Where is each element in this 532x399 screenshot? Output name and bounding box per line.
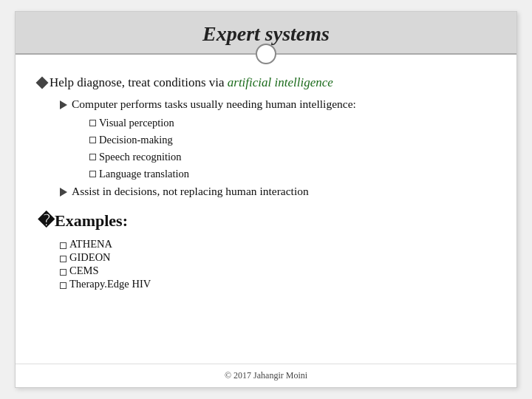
ai-link: artificial intelligence <box>228 75 333 89</box>
slide-title: Expert systems <box>202 22 330 45</box>
square-icon-ex <box>60 242 66 249</box>
circle-decoration <box>256 44 276 64</box>
slide-footer: © 2017 Jahangir Moini <box>16 364 516 387</box>
examples-list: ATHENA GIDEON CEMS Therapy.Edge HIV <box>60 238 494 291</box>
main-bullet-1: Help diagnose, treat conditions via arti… <box>38 75 494 90</box>
square-icon <box>89 137 96 143</box>
square-icon <box>89 120 96 126</box>
sub-sub-language: Language translation <box>89 168 494 180</box>
square-icon-ex3 <box>60 269 66 276</box>
diamond-icon <box>36 77 49 89</box>
example-gideon: GIDEON <box>60 251 494 264</box>
example-cems: CEMS <box>60 265 494 277</box>
sub-bullet-assist: Assist in decisions, not replacing human… <box>60 185 494 198</box>
square-icon-ex2 <box>60 256 66 262</box>
sub-sub-decision: Decision-making <box>89 134 494 146</box>
sub-sub-visual: Visual perception <box>89 117 494 129</box>
slide-header: Expert systems <box>16 12 516 55</box>
square-icon <box>89 171 96 177</box>
example-athena: ATHENA <box>60 238 494 250</box>
square-icon <box>89 154 96 160</box>
triangle-icon <box>60 100 67 109</box>
examples-heading: �Examples: <box>38 211 494 231</box>
sub-sub-speech: Speech recognition <box>89 151 494 163</box>
computer-performs-text: Computer performs tasks usually needing … <box>72 98 356 111</box>
triangle-icon-2 <box>60 188 67 197</box>
sub-bullet-computer: Computer performs tasks usually needing … <box>60 98 494 111</box>
slide: Expert systems Help diagnose, treat cond… <box>15 11 517 388</box>
slide-body: Help diagnose, treat conditions via arti… <box>16 55 516 364</box>
example-therapyedge: Therapy.Edge HIV <box>60 278 494 290</box>
assist-text: Assist in decisions, not replacing human… <box>72 185 309 198</box>
square-icon-ex4 <box>60 282 66 289</box>
footer-text: © 2017 Jahangir Moini <box>225 370 307 381</box>
